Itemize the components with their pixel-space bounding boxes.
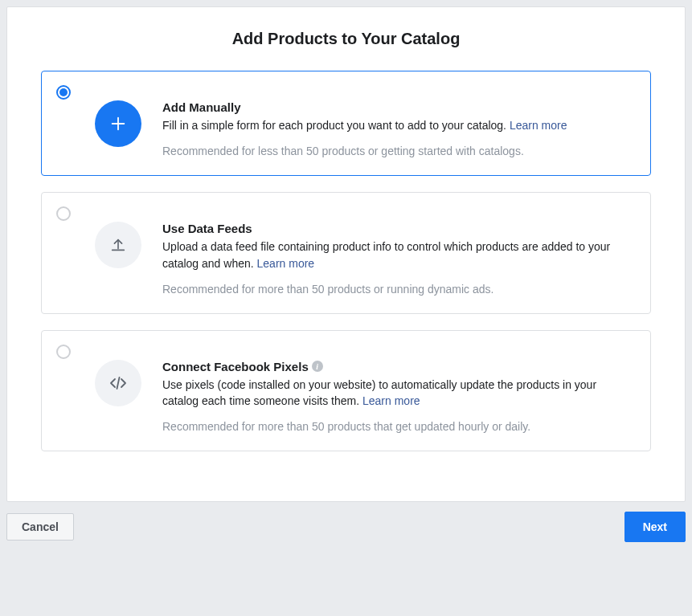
radio-facebook-pixels[interactable]: [56, 345, 71, 359]
option-description: Upload a data feed file containing produ…: [162, 239, 636, 271]
option-title-text: Add Manually: [162, 100, 241, 114]
radio-wrap: [56, 83, 74, 100]
code-icon: [95, 360, 141, 406]
option-description: Use pixels (code installed on your websi…: [162, 377, 636, 410]
next-button[interactable]: Next: [624, 512, 686, 542]
option-add-manually[interactable]: Add Manually Fill in a simple form for e…: [41, 71, 651, 176]
radio-data-feeds[interactable]: [56, 206, 71, 221]
upload-icon: [95, 222, 141, 268]
learn-more-link[interactable]: Learn more: [257, 257, 315, 270]
option-title: Add Manually: [162, 100, 636, 114]
page-title: Add Products to Your Catalog: [41, 30, 651, 48]
option-data-feeds[interactable]: Use Data Feeds Upload a data feed file c…: [41, 192, 651, 314]
option-title: Use Data Feeds: [162, 222, 636, 235]
option-body: Use Data Feeds Upload a data feed file c…: [162, 204, 636, 296]
learn-more-link[interactable]: Learn more: [510, 119, 567, 132]
option-desc-text: Fill in a simple form for each product y…: [162, 119, 510, 132]
option-recommended: Recommended for less than 50 products or…: [162, 145, 636, 157]
option-title: Connect Facebook Pixels i: [162, 360, 636, 373]
info-icon[interactable]: i: [312, 361, 323, 372]
option-facebook-pixels[interactable]: Connect Facebook Pixels i Use pixels (co…: [41, 330, 651, 452]
option-title-text: Use Data Feeds: [162, 222, 252, 235]
radio-wrap: [56, 204, 74, 221]
option-description: Fill in a simple form for each product y…: [162, 117, 636, 133]
option-body: Add Manually Fill in a simple form for e…: [162, 83, 636, 157]
cancel-button[interactable]: Cancel: [6, 513, 74, 541]
plus-icon: [95, 100, 141, 147]
radio-wrap: [56, 342, 74, 359]
option-title-text: Connect Facebook Pixels: [162, 360, 309, 373]
option-recommended: Recommended for more than 50 products th…: [162, 420, 636, 433]
learn-more-link[interactable]: Learn more: [362, 394, 420, 407]
main-card: Add Products to Your Catalog Add Manuall…: [6, 6, 686, 502]
option-recommended: Recommended for more than 50 products or…: [162, 283, 636, 296]
footer: Cancel Next: [6, 512, 686, 542]
svg-line-2: [117, 377, 120, 389]
icon-wrap: [74, 204, 162, 268]
icon-wrap: [74, 342, 162, 406]
icon-wrap: [74, 83, 162, 147]
option-desc-text: Upload a data feed file containing produ…: [162, 240, 610, 269]
option-body: Connect Facebook Pixels i Use pixels (co…: [162, 342, 636, 434]
radio-add-manually[interactable]: [56, 85, 71, 100]
